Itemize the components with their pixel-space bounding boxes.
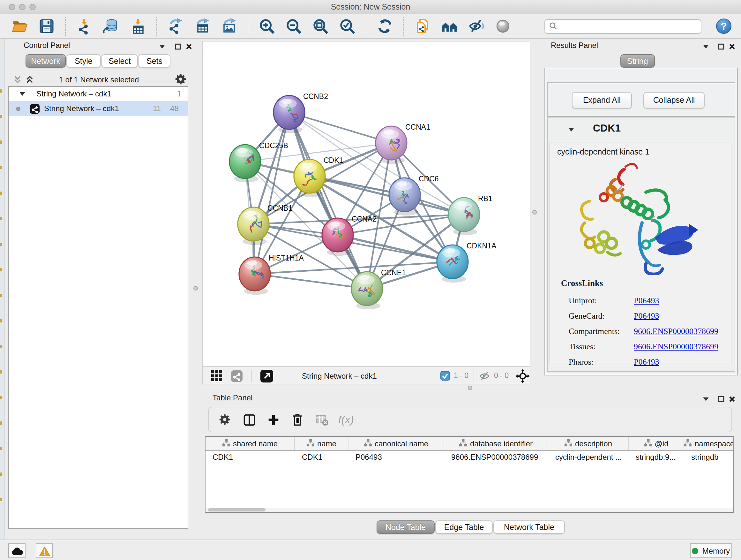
network-node-CCNA1[interactable]: CCNA1: [376, 123, 430, 164]
search-input[interactable]: [560, 22, 697, 30]
results-panel-close-icon[interactable]: [728, 42, 737, 51]
edge-CCNB2-CCNE1[interactable]: [289, 112, 367, 289]
control-panel-menu-icon[interactable]: [158, 42, 166, 51]
results-panel-float-icon[interactable]: [717, 42, 726, 51]
zoom-fit-icon[interactable]: [311, 17, 330, 36]
show-hide-icon[interactable]: [467, 17, 486, 36]
tab-edge-table[interactable]: Edge Table: [435, 520, 493, 534]
table-row[interactable]: CDK1CDK1P064939606.ENSP00000378699cyclin…: [205, 451, 733, 463]
control-panel-close-icon[interactable]: [185, 42, 193, 51]
hidden-count-eye-icon[interactable]: [479, 370, 490, 382]
table-panel-float-icon[interactable]: [717, 395, 726, 403]
refresh-icon[interactable]: [375, 17, 394, 36]
column-header-shared-name[interactable]: shared name: [205, 437, 295, 450]
cdk1-expander-icon[interactable]: [567, 125, 576, 133]
network-node-CCNE1[interactable]: CCNE1: [351, 268, 406, 309]
control-panel-float-icon[interactable]: [174, 42, 183, 51]
fit-selected-crosshair-icon[interactable]: [516, 369, 530, 383]
network-overview-icon[interactable]: [231, 370, 243, 382]
crosslink-value-link[interactable]: 9606.ENSP00000378699: [634, 341, 718, 352]
network-node-CCNB1[interactable]: CCNB1: [238, 204, 292, 245]
export-table-icon[interactable]: [193, 17, 212, 36]
expand-all-button[interactable]: Expand All: [572, 92, 632, 109]
open-session-icon[interactable]: [10, 17, 29, 36]
add-column-icon[interactable]: [264, 411, 283, 428]
strip-dash: [0, 217, 2, 220]
search-box[interactable]: [544, 19, 701, 34]
import-network-icon[interactable]: [75, 17, 94, 36]
memory-button[interactable]: Memory: [690, 543, 732, 558]
column-header-description[interactable]: description: [548, 437, 629, 450]
results-panel-header: Results Panel: [551, 41, 737, 52]
network-node-CCNB2[interactable]: CCNB2: [273, 92, 328, 133]
table-panel-close-icon[interactable]: [728, 395, 737, 403]
column-header-namespace[interactable]: namespace: [684, 437, 734, 450]
open-in-window-icon[interactable]: [260, 370, 273, 382]
collection-expander-icon[interactable]: [18, 90, 26, 98]
crosslink-row-genecard: GeneCard:P06493: [569, 308, 727, 324]
results-panel-menu-icon[interactable]: [701, 42, 711, 51]
edge-HIST1H1A-CCNE1[interactable]: [255, 274, 367, 289]
table-cell[interactable]: P06493: [348, 451, 444, 463]
network-node-CDKN1A[interactable]: CDKN1A: [437, 242, 496, 283]
network-canvas[interactable]: CCNB2CCNA1CDC25BCDK1CDC6RB1CCNB1CCNA2CDK…: [202, 41, 530, 367]
copy-document-icon[interactable]: [413, 17, 432, 36]
tab-node-table[interactable]: Node Table: [377, 520, 434, 534]
strip-dash: [0, 294, 2, 297]
table-panel-menu-icon[interactable]: [701, 395, 711, 403]
import-database-icon[interactable]: [102, 17, 121, 36]
export-network-icon[interactable]: [166, 17, 185, 36]
birds-eye-grid-icon[interactable]: [211, 370, 223, 382]
import-table-icon[interactable]: [128, 17, 147, 36]
expand-all-icon[interactable]: [25, 75, 35, 85]
network-node-RB1[interactable]: RB1: [448, 194, 492, 235]
table-cell[interactable]: 9606.ENSP00000378699: [444, 451, 548, 463]
table-horizontal-scrollbar[interactable]: [205, 508, 733, 512]
cloud-status-button[interactable]: [8, 543, 25, 558]
delete-column-icon[interactable]: [288, 411, 307, 428]
strip-dash: [0, 473, 2, 476]
save-session-icon[interactable]: [37, 17, 56, 36]
network-collection-row[interactable]: String Network – cdk1 1: [9, 87, 188, 101]
expand-collapse-bar: Expand All Collapse All: [547, 82, 735, 117]
table-cell[interactable]: CDK1: [295, 451, 348, 463]
tab-sets[interactable]: Sets: [138, 54, 171, 68]
network-row-selected[interactable]: String Network – cdk1 11 48: [9, 101, 188, 116]
selected-count-checkbox-icon[interactable]: [441, 371, 450, 381]
tab-style[interactable]: Style: [66, 54, 101, 68]
tab-network-table[interactable]: Network Table: [493, 520, 565, 534]
column-header-database-identifier[interactable]: database identifier: [444, 437, 548, 450]
network-options-gear-icon[interactable]: [175, 73, 186, 85]
crosslink-value-link[interactable]: 9606.ENSP00000378699: [634, 326, 718, 336]
home-first-neighbors-icon[interactable]: [440, 17, 459, 36]
table-cell[interactable]: CDK1: [205, 451, 295, 463]
column-header-canonical-name[interactable]: canonical name: [348, 437, 444, 450]
table-cell[interactable]: cyclin-dependent ...: [548, 451, 629, 463]
show-columns-icon[interactable]: [239, 411, 259, 428]
bottom-splitter-handle[interactable]: [468, 386, 472, 390]
left-splitter-handle[interactable]: [193, 286, 198, 291]
scrollbar-thumb[interactable]: [208, 508, 266, 511]
right-splitter-handle[interactable]: [532, 210, 537, 214]
inspect-ball-icon[interactable]: [493, 17, 513, 36]
column-header-name[interactable]: name: [295, 437, 348, 450]
crosslink-value-link[interactable]: P06493: [634, 296, 659, 306]
network-node-HIST1H1A[interactable]: HIST1H1A: [239, 254, 304, 295]
crosslink-value-link[interactable]: P06493: [634, 357, 659, 367]
crosslink-value-link[interactable]: P06493: [634, 311, 659, 321]
table-settings-gear-icon[interactable]: [215, 411, 234, 428]
tab-string[interactable]: String: [620, 54, 655, 68]
column-header-@id[interactable]: @id: [629, 437, 684, 450]
table-cell[interactable]: stringdb:9...: [629, 451, 684, 463]
zoom-selected-icon[interactable]: [338, 17, 357, 36]
export-image-icon[interactable]: [219, 17, 239, 36]
collapse-all-icon[interactable]: [13, 75, 23, 85]
collapse-all-button[interactable]: Collapse All: [643, 92, 704, 109]
tab-select[interactable]: Select: [102, 54, 138, 68]
warnings-button[interactable]: [36, 543, 53, 558]
tab-network[interactable]: Network: [25, 54, 66, 68]
table-cell[interactable]: stringdb: [684, 451, 734, 463]
zoom-out-icon[interactable]: [284, 17, 303, 36]
zoom-in-icon[interactable]: [257, 17, 276, 36]
help-button[interactable]: ?: [714, 17, 733, 36]
